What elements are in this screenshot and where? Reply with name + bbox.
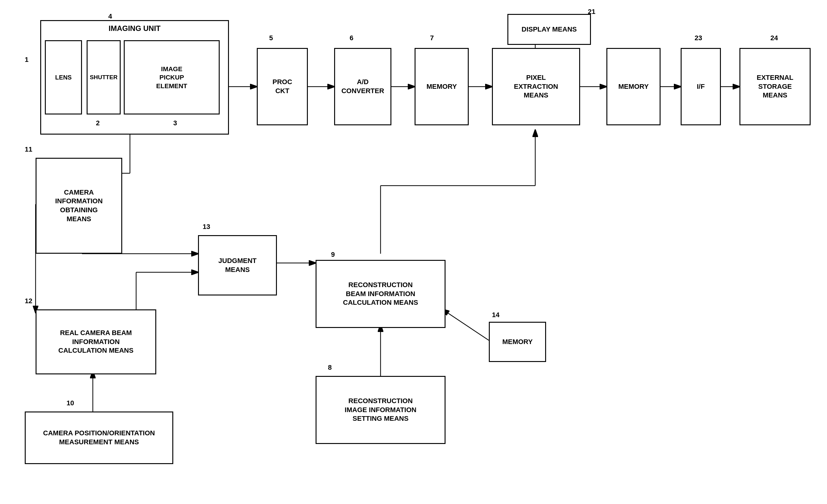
reconstruction-beam-box: RECONSTRUCTIONBEAM INFORMATIONCALCULATIO… (315, 260, 445, 328)
svg-line-18 (442, 309, 489, 340)
image-pickup-box: IMAGEPICKUPELEMENT (124, 40, 220, 114)
memory2-box: MEMORY (606, 48, 661, 125)
ref-3: 3 (173, 119, 177, 127)
ref-2: 2 (96, 119, 100, 127)
camera-position-box: CAMERA POSITION/ORIENTATIONMEASUREMENT M… (25, 411, 173, 464)
proc-ckt-box: PROCCKT (257, 48, 308, 125)
ref-5: 5 (269, 34, 273, 42)
display-means-box: DISPLAY MEANS (507, 14, 591, 45)
ref-13: 13 (203, 223, 210, 231)
ad-converter-box: A/DCONVERTER (334, 48, 391, 125)
pixel-extraction-box: PIXELEXTRACTIONMEANS (492, 48, 580, 125)
diagram: 4 IMAGING UNIT 1 LENS SHUTTER 2 IMAGEPIC… (0, 0, 827, 504)
ref-23: 23 (694, 34, 702, 42)
memory1-box: MEMORY (415, 48, 469, 125)
reconstruction-image-box: RECONSTRUCTIONIMAGE INFORMATIONSETTING M… (315, 376, 445, 444)
shutter-box: SHUTTER (87, 40, 121, 114)
ref-10: 10 (66, 399, 74, 407)
ref-7: 7 (430, 34, 434, 42)
memory3-box: MEMORY (489, 322, 546, 362)
ref-4: 4 (108, 12, 112, 20)
judgment-means-box: JUDGMENTMEANS (198, 235, 277, 296)
ref-12: 12 (25, 297, 32, 305)
ref-9: 9 (331, 251, 335, 259)
camera-info-box: CAMERAINFORMATIONOBTAININGMEANS (36, 158, 122, 254)
ref-11: 11 (25, 145, 32, 153)
lens-box: LENS (45, 40, 82, 114)
ref-14: 14 (492, 311, 499, 319)
ref-8: 8 (328, 363, 332, 371)
if-box: I/F (681, 48, 721, 125)
ref-24: 24 (770, 34, 778, 42)
ref-1: 1 (25, 56, 29, 64)
ref-6: 6 (350, 34, 353, 42)
real-camera-beam-box: REAL CAMERA BEAMINFORMATIONCALCULATION M… (36, 309, 156, 374)
external-storage-box: EXTERNALSTORAGEMEANS (739, 48, 811, 125)
